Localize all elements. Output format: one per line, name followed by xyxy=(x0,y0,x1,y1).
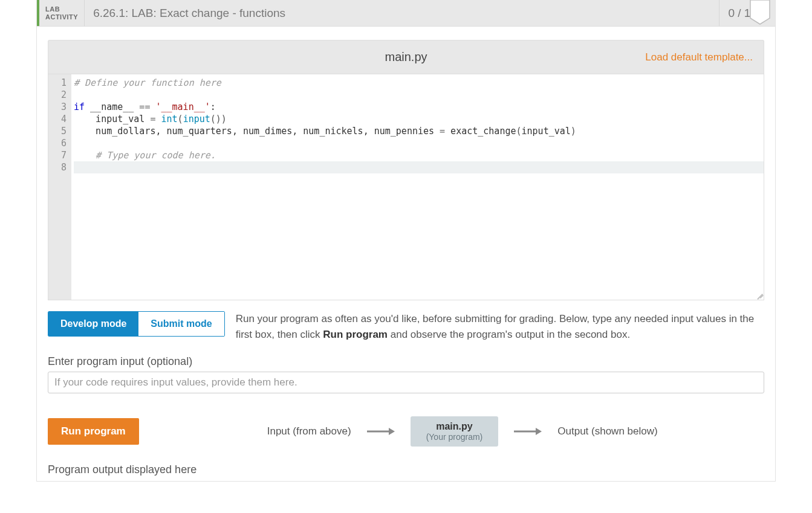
program-input-field[interactable] xyxy=(48,372,764,393)
editor-header: main.py Load default template... xyxy=(48,40,764,74)
arrow-right-icon xyxy=(367,427,395,436)
line-number: 8 xyxy=(48,161,71,173)
load-default-template-link[interactable]: Load default template... xyxy=(645,51,753,63)
program-input-label: Enter program input (optional) xyxy=(48,355,764,368)
svg-marker-3 xyxy=(536,428,542,435)
svg-marker-1 xyxy=(389,428,395,435)
resize-handle-icon[interactable] xyxy=(755,291,762,298)
code-token: '__main__' xyxy=(155,102,210,112)
run-program-button[interactable]: Run program xyxy=(48,418,139,445)
code-token: : xyxy=(210,102,216,112)
code-token: num_dollars, num_quarters, num_dimes, nu… xyxy=(74,126,440,137)
input-flow-label: Input (from above) xyxy=(267,425,351,437)
code-token: ( xyxy=(178,114,183,124)
lab-title: 6.26.1: LAB: Exact change - functions xyxy=(85,0,719,26)
code-token: ) xyxy=(571,126,576,137)
lab-badge-line2: ACTIVITY xyxy=(45,13,78,21)
lab-badge: LAB ACTIVITY xyxy=(37,0,85,26)
mode-help-text: Run your program as often as you'd like,… xyxy=(236,311,764,343)
code-token: int xyxy=(161,114,178,124)
line-number: 6 xyxy=(48,137,71,149)
develop-mode-button[interactable]: Develop mode xyxy=(48,312,138,336)
line-number: 2 xyxy=(48,89,71,101)
program-output-label: Program output displayed here xyxy=(48,463,764,476)
line-number: 5 xyxy=(48,125,71,137)
lab-badge-line1: LAB xyxy=(45,5,78,13)
code-token: ( xyxy=(516,126,522,137)
line-number: 3 xyxy=(48,101,71,113)
code-token: if xyxy=(74,102,85,112)
code-editor-panel: main.py Load default template... 1 2 3 4… xyxy=(48,40,764,300)
code-area[interactable]: # Define your function here if __name__ … xyxy=(71,74,764,300)
line-number: 1 xyxy=(48,77,71,89)
line-number: 4 xyxy=(48,113,71,125)
submit-mode-button[interactable]: Submit mode xyxy=(138,312,224,336)
help-text-part: and observe the program's output in the … xyxy=(388,329,630,340)
line-number: 7 xyxy=(48,149,71,161)
code-token: == xyxy=(134,102,155,112)
program-chip-filename: main.py xyxy=(426,421,483,432)
run-flow-row: Run program Input (from above) main.py (… xyxy=(37,399,775,453)
code-token: exact_change xyxy=(445,126,516,137)
code-token: ()) xyxy=(210,114,227,124)
mode-toggle: Develop mode Submit mode xyxy=(48,311,225,337)
lab-header: LAB ACTIVITY 6.26.1: LAB: Exact change -… xyxy=(37,0,775,27)
code-token: input xyxy=(183,114,210,124)
output-flow-label: Output (shown below) xyxy=(557,425,657,437)
lab-card: LAB ACTIVITY 6.26.1: LAB: Exact change -… xyxy=(36,0,776,482)
code-token: __name__ xyxy=(90,102,134,112)
code-editor[interactable]: 1 2 3 4 5 6 7 8 # Define your function h… xyxy=(48,74,764,300)
program-chip: main.py (Your program) xyxy=(411,416,499,447)
code-token: input_val xyxy=(522,126,571,137)
program-output-section: Program output displayed here xyxy=(37,453,775,481)
code-token: input_val xyxy=(74,114,150,124)
help-text-bold: Run program xyxy=(323,329,388,340)
arrow-right-icon xyxy=(514,427,542,436)
code-token: # Define your function here xyxy=(74,77,221,88)
code-token xyxy=(155,114,161,124)
editor-filename: main.py xyxy=(385,50,427,64)
program-chip-subtitle: (Your program) xyxy=(426,432,483,442)
code-token: = xyxy=(440,126,445,137)
line-number-gutter: 1 2 3 4 5 6 7 8 xyxy=(48,74,71,300)
code-token: # Type your code here. xyxy=(74,150,216,161)
program-input-section: Enter program input (optional) xyxy=(37,349,775,399)
mode-row: Develop mode Submit mode Run your progra… xyxy=(37,311,775,349)
bookmark-ribbon-icon xyxy=(750,0,770,27)
